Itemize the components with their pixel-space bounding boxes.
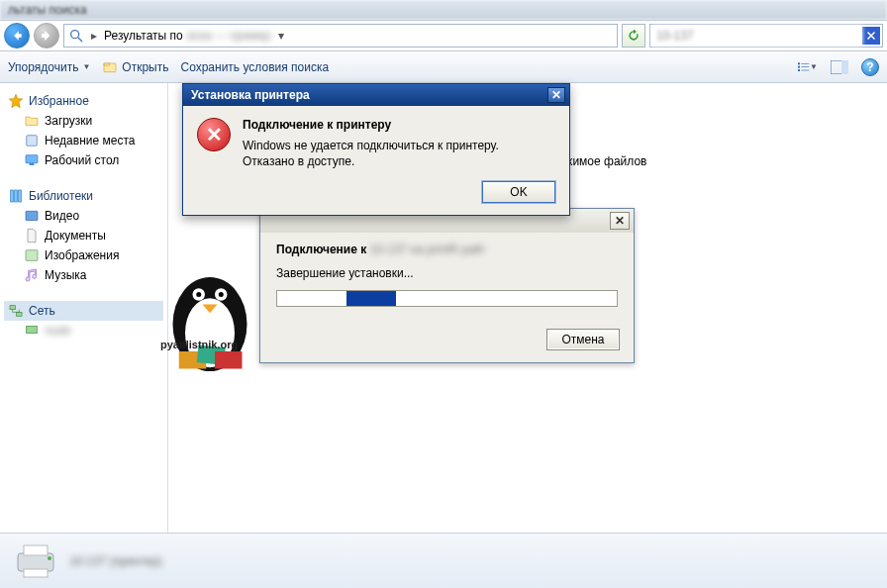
breadcrumb-label: Результаты по <box>104 29 183 43</box>
svg-rect-22 <box>27 326 38 333</box>
svg-line-1 <box>78 38 82 42</box>
progress-heading-target: 10-137 на printR path <box>370 243 485 256</box>
arrange-button[interactable]: Упорядочить▼ <box>8 60 90 74</box>
sidebar-item-label: Музыка <box>45 268 86 282</box>
svg-rect-15 <box>11 190 14 202</box>
cancel-label: Отмена <box>561 333 604 346</box>
sidebar-item-music[interactable]: Музыка <box>4 265 163 285</box>
svg-point-30 <box>219 292 224 297</box>
error-line1: Windows не удается подключиться к принте… <box>243 138 499 153</box>
error-line2: Отказано в доступе. <box>243 153 499 169</box>
sidebar-item-label: Изображения <box>45 248 119 262</box>
save-search-button[interactable]: Сохранить условия поиска <box>180 60 329 74</box>
open-label: Открыть <box>122 60 168 74</box>
ok-label: OK <box>510 185 527 199</box>
svg-rect-33 <box>215 351 243 369</box>
folder-icon <box>24 113 40 129</box>
svg-rect-11 <box>841 60 848 74</box>
site-logo-text: pyatilistnik.org <box>160 339 238 350</box>
svg-point-29 <box>196 292 201 297</box>
progress-heading: Подключение к <box>276 243 366 256</box>
sidebar-item-label: Недавние места <box>45 134 135 147</box>
svg-rect-5 <box>801 62 809 63</box>
desktop-icon <box>24 152 40 168</box>
svg-rect-12 <box>27 136 38 147</box>
svg-rect-3 <box>104 63 109 65</box>
list-icon <box>798 60 810 74</box>
svg-rect-7 <box>801 66 809 67</box>
nav-back-button[interactable] <box>4 23 30 49</box>
sidebar: Избранное Загрузки Недавние места Рабочи… <box>0 83 168 533</box>
close-icon: ✕ <box>551 88 561 102</box>
sidebar-item-label: Документы <box>45 229 106 243</box>
sidebar-item-label: Рабочий стол <box>45 153 119 167</box>
refresh-button[interactable] <box>622 24 645 48</box>
library-icon <box>8 188 24 204</box>
sidebar-item-label: node <box>45 324 71 338</box>
search-input[interactable] <box>652 26 862 46</box>
svg-point-37 <box>48 556 51 560</box>
error-icon: ✕ <box>197 118 231 151</box>
ok-button[interactable]: OK <box>482 181 555 203</box>
arrow-right-icon <box>40 29 53 43</box>
error-titlebar[interactable]: Установка принтера ✕ <box>183 84 569 106</box>
arrange-label: Упорядочить <box>8 60 78 74</box>
window-titlebar: льтаты поиска <box>0 0 887 20</box>
open-button[interactable]: Открыть <box>102 59 168 75</box>
x-icon <box>865 30 877 42</box>
svg-rect-35 <box>24 545 48 555</box>
computer-icon <box>24 323 40 339</box>
sidebar-item-label: Видео <box>45 209 79 223</box>
search-box[interactable] <box>649 24 883 48</box>
recent-icon <box>24 133 40 148</box>
arrow-left-icon <box>10 29 24 43</box>
image-icon <box>24 247 40 263</box>
svg-rect-8 <box>798 69 800 71</box>
sidebar-item-documents[interactable]: Документы <box>4 226 163 245</box>
sidebar-item-downloads[interactable]: Загрузки <box>4 111 163 131</box>
help-button[interactable]: ? <box>861 58 879 76</box>
svg-rect-6 <box>798 65 800 67</box>
progress-close-button[interactable]: ✕ <box>610 212 630 230</box>
svg-rect-21 <box>17 312 22 316</box>
details-text: 10-137 (принтер) <box>69 554 162 568</box>
view-icons-button[interactable]: ▼ <box>798 57 818 77</box>
open-icon <box>102 59 118 75</box>
svg-rect-16 <box>15 190 18 202</box>
sidebar-item-desktop[interactable]: Рабочий стол <box>4 150 163 170</box>
search-scope-icon <box>68 28 84 44</box>
star-icon <box>8 93 24 109</box>
sidebar-item-video[interactable]: Видео <box>4 206 163 226</box>
video-icon <box>24 208 40 224</box>
save-search-label: Сохранить условия поиска <box>180 60 329 74</box>
libraries-label: Библиотеки <box>29 189 93 203</box>
sidebar-item-network-node[interactable]: node <box>4 321 163 341</box>
progress-status: Завершение установки... <box>276 266 618 280</box>
sidebar-network-head[interactable]: Сеть <box>4 301 163 321</box>
help-icon: ? <box>866 60 873 74</box>
breadcrumb[interactable]: ▸ Результаты по иска — пример ▾ <box>63 24 618 48</box>
music-icon <box>24 267 40 283</box>
sidebar-libraries-head[interactable]: Библиотеки <box>4 186 163 206</box>
install-progress-dialog: ✕ Подключение к 10-137 на printR path За… <box>259 208 635 363</box>
error-dialog: Установка принтера ✕ ✕ Подключение к при… <box>182 83 570 216</box>
svg-rect-4 <box>798 62 800 64</box>
error-heading: Подключение к принтеру <box>243 118 499 132</box>
sidebar-favorites-head[interactable]: Избранное <box>4 91 163 111</box>
nav-forward-button[interactable] <box>34 23 59 49</box>
search-go-button[interactable] <box>862 27 880 45</box>
svg-rect-34 <box>18 553 53 571</box>
svg-rect-9 <box>801 69 809 70</box>
command-toolbar: Упорядочить▼ Открыть Сохранить условия п… <box>0 51 887 83</box>
cancel-button[interactable]: Отмена <box>546 329 620 350</box>
preview-pane-button[interactable] <box>830 57 849 77</box>
details-printer-icon <box>14 541 57 581</box>
sidebar-item-images[interactable]: Изображения <box>4 245 163 265</box>
svg-rect-19 <box>26 250 38 261</box>
svg-rect-13 <box>26 155 38 163</box>
svg-rect-17 <box>19 190 22 202</box>
svg-rect-18 <box>26 211 38 220</box>
sidebar-item-recent[interactable]: Недавние места <box>4 131 163 150</box>
svg-rect-14 <box>30 163 34 164</box>
error-close-button[interactable]: ✕ <box>547 87 565 103</box>
